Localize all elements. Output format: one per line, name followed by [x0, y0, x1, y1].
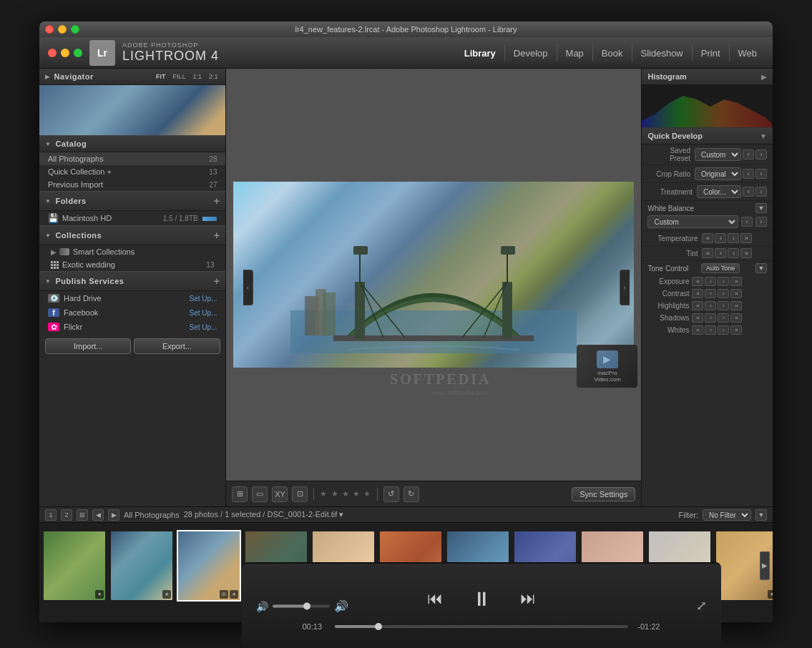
thumb-1[interactable]: ★	[42, 530, 107, 602]
temp-inc-small[interactable]: ›	[728, 233, 739, 243]
saved-preset-next[interactable]: ›	[755, 149, 767, 159]
treatment-select[interactable]: Color...	[697, 185, 741, 198]
thumb-2[interactable]: ★	[109, 530, 174, 602]
tint-dec-large[interactable]: «	[702, 248, 713, 258]
navigator-header[interactable]: ▶ Navigator FIT FILL 1:1 2:1	[39, 69, 225, 85]
exposure-dec-small[interactable]: ‹	[705, 277, 716, 286]
compare-view-btn[interactable]: XY	[272, 486, 288, 502]
catalog-quick-collection[interactable]: Quick Collection + 13	[39, 165, 225, 178]
collections-add-btn[interactable]: +	[214, 230, 220, 241]
catalog-previous-import[interactable]: Previous Import 27	[39, 178, 225, 191]
catalog-all-photos[interactable]: All Photographs 28	[39, 152, 225, 165]
collection-smart[interactable]: ▶ Smart Collections	[39, 245, 225, 258]
whites-dec-large[interactable]: «	[692, 325, 703, 335]
filter-expand-btn[interactable]: ▼	[755, 509, 767, 521]
crop-ratio-prev[interactable]: ‹	[743, 169, 754, 179]
minimize-btn[interactable]	[58, 25, 67, 34]
exposure-dec-large[interactable]: «	[692, 277, 703, 286]
photo-view[interactable]: SOFTPEDIA www.softpedia.com ▶ macPro Vid…	[226, 69, 641, 481]
quick-develop-header[interactable]: Quick Develop ▼	[642, 128, 773, 144]
grid-thumb-btn[interactable]: ⊞	[77, 509, 88, 521]
volume-slider[interactable]	[273, 604, 330, 607]
white-balance-expand[interactable]: ▼	[755, 203, 767, 213]
nav-library[interactable]: Library	[456, 44, 505, 61]
shadows-inc-small[interactable]: ›	[718, 313, 729, 323]
shadows-dec-large[interactable]: «	[692, 313, 703, 323]
app-close-btn[interactable]	[48, 49, 57, 57]
white-balance-next[interactable]: ›	[755, 217, 767, 227]
publish-services-header[interactable]: ▼ Publish Services +	[39, 271, 225, 291]
auto-tone-btn[interactable]: Auto Tone	[701, 263, 740, 273]
temp-dec-large[interactable]: «	[702, 233, 713, 243]
nav-next-btn[interactable]: ▶	[108, 509, 119, 521]
tint-dec-small[interactable]: ‹	[715, 248, 726, 258]
white-balance-prev[interactable]: ‹	[741, 217, 753, 227]
nav-print[interactable]: Print	[693, 44, 730, 61]
collapse-left-btn[interactable]: ‹	[243, 270, 253, 305]
whites-inc-small[interactable]: ›	[718, 325, 729, 335]
page-1-btn[interactable]: 1	[45, 509, 57, 521]
temp-inc-large[interactable]: »	[740, 233, 752, 243]
collections-header[interactable]: ▼ Collections +	[39, 225, 225, 245]
highlights-inc-small[interactable]: ›	[718, 301, 729, 310]
export-button[interactable]: Export...	[134, 338, 220, 354]
contrast-inc-large[interactable]: »	[730, 289, 742, 298]
highlights-inc-large[interactable]: »	[730, 301, 742, 310]
maximize-btn[interactable]	[71, 25, 79, 34]
crop-ratio-next[interactable]: ›	[755, 169, 767, 179]
contrast-dec-large[interactable]: «	[692, 289, 703, 298]
shadows-dec-small[interactable]: ‹	[705, 313, 716, 323]
volume-up-icon[interactable]: 🔊	[334, 599, 348, 613]
facebook-setup-btn[interactable]: Set Up...	[190, 309, 217, 317]
folder-macintosh-hd[interactable]: 💾 Macintosh HD 1.5 / 1.8TB	[39, 211, 225, 225]
temp-dec-small[interactable]: ‹	[715, 233, 726, 243]
nav-fit-fit[interactable]: FIT	[154, 72, 168, 81]
tint-inc-large[interactable]: »	[740, 248, 752, 258]
loupe-view-btn[interactable]: ▭	[252, 486, 268, 502]
flickr-setup-btn[interactable]: Set Up...	[190, 323, 217, 331]
exposure-inc-small[interactable]: ›	[718, 277, 729, 286]
fullscreen-btn[interactable]: ⤢	[696, 598, 707, 614]
nav-develop[interactable]: Develop	[505, 44, 557, 61]
folders-header[interactable]: ▼ Folders +	[39, 191, 225, 211]
saved-preset-select[interactable]: Custom	[695, 148, 741, 161]
collapse-right-btn[interactable]: ›	[620, 270, 630, 305]
publish-add-btn[interactable]: +	[214, 275, 220, 287]
treatment-prev[interactable]: ‹	[743, 187, 754, 197]
app-maximize-btn[interactable]	[74, 49, 82, 57]
volume-icon[interactable]: 🔊	[256, 600, 268, 612]
nav-book[interactable]: Book	[593, 44, 632, 61]
saved-preset-prev[interactable]: ‹	[743, 149, 754, 159]
histogram-header[interactable]: Histogram ▶	[642, 69, 773, 85]
contrast-dec-small[interactable]: ‹	[705, 289, 716, 298]
nav-map[interactable]: Map	[557, 44, 593, 61]
catalog-header[interactable]: ▼ Catalog	[39, 135, 225, 152]
harddrive-setup-btn[interactable]: Set Up...	[190, 295, 217, 303]
contrast-inc-small[interactable]: ›	[718, 289, 729, 298]
rotate-right-btn[interactable]: ↻	[403, 486, 419, 502]
nav-fit-1to1[interactable]: 1:1	[190, 72, 204, 81]
star-rating[interactable]: ★ ★ ★ ★ ★	[320, 489, 371, 499]
nav-prev-btn[interactable]: ◀	[92, 509, 104, 521]
page-2-btn[interactable]: 2	[61, 509, 72, 521]
publish-facebook[interactable]: f Facebook Set Up...	[39, 305, 225, 320]
publish-harddrive[interactable]: 💽 Hard Drive Set Up...	[39, 291, 225, 305]
close-btn[interactable]	[45, 25, 54, 34]
shadows-inc-large[interactable]: »	[730, 313, 742, 323]
survey-view-btn[interactable]: ⊡	[292, 486, 308, 502]
treatment-next[interactable]: ›	[755, 187, 767, 197]
skip-forward-btn[interactable]: ⏭	[514, 584, 542, 613]
filmstrip-next-btn[interactable]: ▶	[760, 551, 770, 580]
progress-bar[interactable]	[335, 625, 628, 628]
filter-select[interactable]: No Filter	[703, 509, 751, 521]
publish-flickr[interactable]: ✿ Flickr Set Up...	[39, 320, 225, 334]
collection-exotic-wedding[interactable]: Exotic wedding 13	[39, 258, 225, 271]
nav-fit-2to1[interactable]: 2:1	[207, 72, 220, 81]
highlights-dec-large[interactable]: «	[692, 301, 703, 310]
folders-add-btn[interactable]: +	[214, 195, 220, 207]
highlights-dec-small[interactable]: ‹	[705, 301, 716, 310]
sync-settings-btn[interactable]: Sync Settings	[572, 487, 635, 501]
nav-slideshow[interactable]: Slideshow	[632, 44, 693, 61]
nav-web[interactable]: Web	[730, 44, 766, 61]
tone-control-expand[interactable]: ▼	[755, 263, 767, 273]
